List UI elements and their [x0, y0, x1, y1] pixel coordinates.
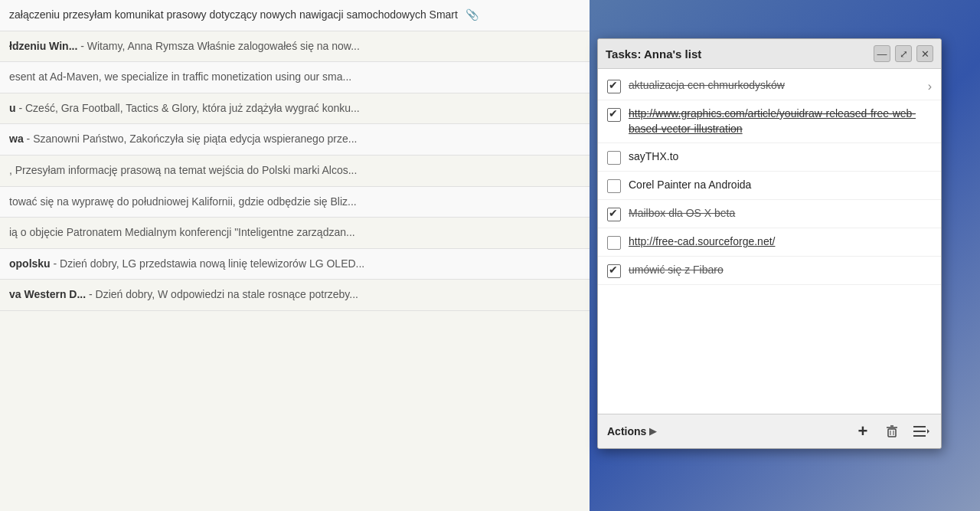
- email-item[interactable]: wa - Szanowni Państwo, Zakończyła się pi…: [0, 124, 590, 156]
- close-button[interactable]: ✕: [916, 45, 933, 62]
- task-item-3[interactable]: sayTHX.to: [598, 143, 941, 172]
- tasks-footer: Actions ▶ +: [598, 414, 941, 448]
- email-item[interactable]: tować się na wyprawę do południowej Kali…: [0, 187, 590, 218]
- task-checkbox-2[interactable]: [607, 108, 621, 122]
- maximize-button[interactable]: ⤢: [895, 45, 912, 62]
- task-text-4: Corel Painter na Androida: [629, 178, 932, 193]
- task-item-1[interactable]: aktualizacja cen chmurkodysków ›: [598, 72, 941, 100]
- email-text: załączeniu przesyłam komunikat prasowy d…: [9, 8, 458, 21]
- email-sender: va Western D...: [9, 288, 86, 300]
- task-item-2[interactable]: http://www.graphics.com/article/youidraw…: [598, 100, 941, 143]
- email-item[interactable]: opolsku - Dzień dobry, LG przedstawia no…: [0, 249, 590, 280]
- email-sender: opolsku: [9, 257, 51, 270]
- email-snippet: - Dzień dobry, LG przedstawia nową linię…: [54, 257, 365, 270]
- svg-rect-0: [888, 429, 896, 437]
- email-item[interactable]: , Przesyłam informację prasową na temat …: [0, 156, 590, 187]
- task-checkbox-6[interactable]: [607, 236, 621, 250]
- tasks-window: Tasks: Anna's list — ⤢ ✕ aktualizacja ce…: [597, 38, 942, 449]
- email-list: załączeniu przesyłam komunikat prasowy d…: [0, 0, 590, 511]
- titlebar-controls: — ⤢ ✕: [874, 45, 933, 62]
- email-item[interactable]: ią o objęcie Patronatem Medialnym konfer…: [0, 218, 590, 249]
- email-snippet: ią o objęcie Patronatem Medialnym konfer…: [9, 226, 355, 238]
- task-item-5[interactable]: Mailbox dla OS X beta: [598, 200, 941, 228]
- task-item-4[interactable]: Corel Painter na Androida: [598, 172, 941, 200]
- email-item[interactable]: u - Cześć, Gra Football, Tactics & Glory…: [0, 93, 590, 125]
- email-item[interactable]: łdzeniu Win... - Witamy, Anna Rymsza Wła…: [0, 31, 590, 63]
- email-snippet: - Szanowni Państwo, Zakończyła się piąta…: [27, 133, 358, 145]
- email-snippet: - Dzień dobry, W odpowiedzi na stale ros…: [89, 288, 358, 300]
- email-snippet: - Witamy, Anna Rymsza Właśnie zalogowałe…: [80, 40, 360, 52]
- task-text-1: aktualizacja cen chmurkodysków: [629, 78, 920, 93]
- task-checkbox-4[interactable]: [607, 179, 621, 193]
- svg-marker-8: [927, 429, 929, 434]
- actions-button[interactable]: Actions ▶: [607, 425, 656, 437]
- tasks-list: aktualizacja cen chmurkodysków › http://…: [598, 69, 941, 414]
- task-item-7[interactable]: umówić się z Fibaro: [598, 257, 941, 285]
- task-text-2: http://www.graphics.com/article/youidraw…: [629, 106, 932, 136]
- task-expand-arrow-1[interactable]: ›: [928, 80, 932, 93]
- actions-label: Actions: [607, 425, 646, 437]
- email-snippet: , Przesyłam informację prasową na temat …: [9, 164, 357, 176]
- add-task-button[interactable]: +: [852, 421, 874, 442]
- tasks-title: Tasks: Anna's list: [606, 47, 701, 61]
- task-text-6: http://free-cad.sourceforge.net/: [629, 234, 932, 250]
- email-sender: łdzeniu Win...: [9, 40, 77, 52]
- email-item[interactable]: załączeniu przesyłam komunikat prasowy d…: [0, 0, 590, 31]
- delete-task-button[interactable]: [881, 421, 903, 442]
- task-item-6[interactable]: http://free-cad.sourceforge.net/: [598, 228, 941, 257]
- task-checkbox-5[interactable]: [607, 208, 621, 221]
- minimize-button[interactable]: —: [874, 45, 890, 62]
- task-checkbox-7[interactable]: [607, 264, 621, 278]
- email-snippet: - Cześć, Gra Football, Tactics & Glory, …: [18, 102, 359, 114]
- actions-arrow: ▶: [649, 426, 656, 437]
- email-item[interactable]: esent at Ad-Maven, we specialize in traf…: [0, 62, 590, 93]
- footer-icons: +: [852, 421, 932, 442]
- email-sender: wa: [9, 133, 24, 145]
- tasks-titlebar: Tasks: Anna's list — ⤢ ✕: [598, 39, 941, 69]
- email-snippet: esent at Ad-Maven, we specialize in traf…: [9, 70, 351, 83]
- menu-button[interactable]: [910, 421, 932, 442]
- task-text-7: umówić się z Fibaro: [629, 263, 932, 278]
- email-sender: u: [9, 102, 16, 114]
- task-checkbox-1[interactable]: [607, 80, 621, 93]
- task-text-5: Mailbox dla OS X beta: [629, 206, 932, 221]
- email-snippet: tować się na wyprawę do południowej Kali…: [9, 195, 357, 208]
- email-item[interactable]: va Western D... - Dzień dobry, W odpowie…: [0, 280, 590, 311]
- task-checkbox-3[interactable]: [607, 151, 621, 165]
- task-text-3: sayTHX.to: [629, 149, 932, 165]
- attach-indicator: 📎: [466, 8, 479, 21]
